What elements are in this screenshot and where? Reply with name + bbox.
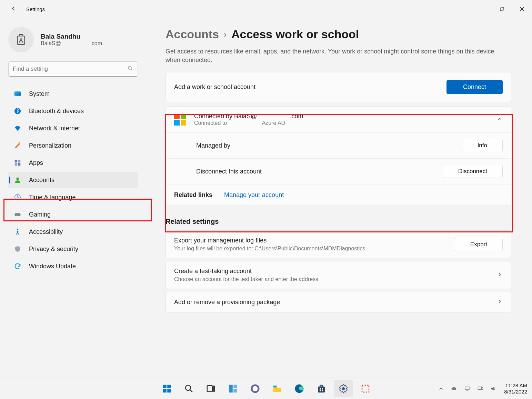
task-view-icon[interactable] [202,380,220,397]
sidebar-item-personalization[interactable]: Personalization [8,137,138,154]
user-block[interactable]: Bala Sandhu BalaS@ .com [8,25,138,59]
minimize-button[interactable] [472,0,492,18]
svg-rect-7 [14,92,21,96]
main-content: Accounts › Access work or school Get acc… [145,18,532,378]
search-box[interactable] [8,61,138,77]
security-tray-icon[interactable] [462,383,472,394]
export-title: Export your management log files [174,237,365,244]
account-panel-header[interactable]: Connected by BalaS@ .com Connected to Az… [166,107,511,133]
svg-rect-25 [233,385,237,388]
related-links-label: Related links [174,191,212,199]
sidebar-item-privacy[interactable]: Privacy & security [8,241,138,257]
taskbar-clock[interactable]: 11:28 AM 8/31/2022 [504,382,527,395]
test-taking-card[interactable]: Create a test-taking account Choose an a… [165,261,511,289]
info-button[interactable]: Info [462,139,503,152]
onedrive-icon[interactable] [449,383,459,394]
managed-by-label: Managed by [196,142,230,149]
volume-tray-icon[interactable] [488,383,499,394]
export-desc: Your log files will be exported to: C:\U… [174,246,365,252]
snipping-tool-icon[interactable] [356,380,375,397]
connected-account-panel: Connected by BalaS@ .com Connected to Az… [165,106,511,206]
test-desc: Choose an account for the test taker and… [174,276,318,282]
svg-rect-13 [18,163,20,166]
wifi-icon [14,124,21,132]
tray-chevron-up-icon[interactable] [436,383,446,394]
network-tray-icon[interactable] [475,383,485,394]
connected-to-label: Connected to Azure AD [194,120,488,126]
start-button[interactable] [158,380,176,397]
disconnect-label: Disconnect this account [196,168,262,175]
system-tray: 11:28 AM 8/31/2022 [436,382,527,395]
widgets-icon[interactable] [224,380,242,397]
user-name: Bala Sandhu [41,33,102,40]
clock-time: 11:28 AM [504,382,527,389]
svg-rect-2 [501,7,504,10]
svg-rect-10 [15,160,17,162]
export-logs-card[interactable]: Export your management log files Your lo… [165,230,511,258]
svg-rect-11 [18,160,20,162]
related-settings-title: Related settings [165,218,511,226]
avatar [8,27,34,52]
search-icon [127,65,133,73]
shield-icon [14,245,21,253]
person-icon [14,176,21,184]
disconnect-button[interactable]: Disconnect [443,165,503,178]
breadcrumb: Accounts › Access work or school [165,28,511,41]
chevron-right-icon: › [224,30,227,39]
sidebar-item-time-language[interactable]: Time & language [8,189,138,206]
svg-rect-40 [478,387,482,389]
sidebar-item-gaming[interactable]: Gaming [8,206,138,223]
svg-rect-26 [233,389,237,392]
sidebar-item-label: Windows Update [29,263,76,270]
svg-rect-29 [273,386,277,387]
taskbar-search-icon[interactable] [180,380,198,397]
svg-rect-36 [322,390,323,391]
sidebar-item-label: Accounts [29,177,54,184]
close-button[interactable] [512,0,532,18]
breadcrumb-parent[interactable]: Accounts [165,28,219,41]
sidebar-item-bluetooth[interactable]: Bluetooth & devices [8,103,138,119]
back-button[interactable] [10,5,17,13]
sidebar-item-windows-update[interactable]: Windows Update [8,258,138,275]
sidebar-item-accounts[interactable]: Accounts [8,172,138,188]
sidebar-item-label: Bluetooth & devices [29,108,84,115]
chevron-right-icon [496,298,503,306]
taskbar: 11:28 AM 8/31/2022 [0,378,532,399]
sidebar-item-label: Time & language [29,194,76,201]
svg-rect-17 [163,385,166,388]
sidebar-item-apps[interactable]: Apps [8,154,138,171]
export-button[interactable]: Export [455,238,503,251]
edge-icon[interactable] [290,380,309,397]
svg-rect-22 [207,386,212,392]
settings-taskbar-icon[interactable] [334,380,353,397]
svg-rect-33 [320,388,321,389]
provisioning-card[interactable]: Add or remove a provisioning package [165,292,511,312]
update-icon [14,262,21,270]
related-links-row: Related links Manage your account [166,184,511,206]
svg-point-14 [16,178,19,180]
connect-button[interactable]: Connect [446,80,503,94]
svg-rect-39 [465,387,469,389]
store-icon[interactable] [312,380,331,397]
svg-point-28 [252,386,258,391]
bluetooth-icon [14,107,21,115]
svg-point-21 [185,385,191,390]
sidebar-item-label: Personalization [29,142,71,149]
teams-icon[interactable] [246,380,264,397]
svg-rect-31 [318,386,325,392]
sidebar-item-network[interactable]: Network & internet [8,120,138,137]
paintbrush-icon [14,142,21,149]
sidebar: Bala Sandhu BalaS@ .com System [0,18,145,378]
sidebar-item-system[interactable]: System [8,86,138,102]
add-account-label: Add a work or school account [174,83,255,91]
sidebar-item-accessibility[interactable]: Accessibility [8,223,138,240]
apps-icon [14,159,21,167]
display-icon [14,90,21,98]
svg-point-4 [20,39,22,40]
svg-rect-12 [15,163,17,166]
maximize-button[interactable] [492,0,512,18]
manage-account-link[interactable]: Manage your account [224,191,284,199]
svg-rect-1 [500,8,503,11]
explorer-icon[interactable] [268,380,287,397]
search-input[interactable] [13,66,127,72]
